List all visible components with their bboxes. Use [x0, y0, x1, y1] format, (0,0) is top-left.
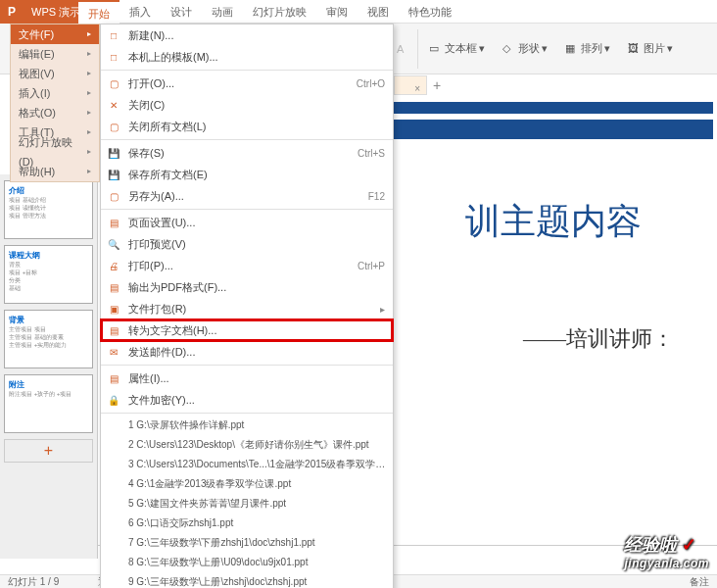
tab-special[interactable]: 特色功能	[399, 0, 461, 24]
chevron-right-icon: ▸	[87, 44, 91, 64]
menu-item-label: 打开(O)...	[128, 76, 357, 91]
tab-animation[interactable]: 动画	[202, 0, 243, 24]
watermark-text: 经验啦	[624, 535, 677, 555]
textbox-button[interactable]: ▭文本框▾	[422, 38, 492, 60]
tab-review[interactable]: 审阅	[316, 0, 358, 24]
decor-bar	[394, 102, 713, 114]
menu-item-icon: ▤	[105, 370, 122, 386]
menu-item-icon: ▤	[105, 322, 122, 338]
file-menu-item[interactable]: 幻灯片放映(D)▸	[11, 142, 99, 162]
textbox-icon: ▭	[429, 42, 443, 56]
slide-thumbnail[interactable]: 附注附注项目 +孩子的 +项目5	[4, 374, 93, 433]
recent-file[interactable]: 8 G:\三年级数学\上册\U09\doc\u9jx01.ppt	[101, 553, 393, 572]
chevron-right-icon: ▸	[87, 142, 91, 162]
file-menu-item[interactable]: 格式(O)▸	[11, 103, 99, 122]
menu-item-icon: □	[105, 27, 122, 43]
menu-item-label: 关闭(C)	[128, 98, 385, 113]
menu-item-label: 文件打包(R)	[128, 302, 380, 317]
app-logo: P	[0, 0, 24, 24]
chevron-right-icon: ▸	[87, 162, 91, 181]
textbox-label: 文本框	[445, 41, 477, 56]
recent-file[interactable]: 3 C:\Users\123\Documents\Te...\1金融学2015级…	[101, 455, 393, 474]
submenu-item[interactable]: 💾保存(S)Ctrl+S	[101, 142, 393, 164]
separator	[101, 413, 393, 414]
slide-thumbnail[interactable]: 背景主管项目 项目主管项目 基础的要素主管项目 +实用的能力4	[4, 310, 93, 368]
submenu-item[interactable]: 🔍打印预览(V)	[101, 233, 393, 255]
slide-thumbnail[interactable]: 介绍项目 基础介绍项目 读懂统计项目 管理方法2	[4, 180, 93, 239]
file-menu-item[interactable]: 视图(V)▸	[11, 64, 99, 83]
recent-file[interactable]: 1 G:\录屏软件操作详解.ppt	[101, 416, 393, 435]
recent-file[interactable]: 5 G:\建国文件夹苏菁菁\望月课件.ppt	[101, 494, 393, 514]
menu-item-icon: ▢	[105, 188, 122, 204]
ribbon-sep	[417, 29, 418, 69]
menu-item-label: 另存为(A)...	[128, 189, 368, 204]
menu-item-label: 新建(N)...	[128, 28, 385, 43]
status-notes[interactable]: 备注	[690, 575, 709, 589]
shape-button[interactable]: ◇形状▾	[496, 38, 554, 60]
menu-item-label: 打印预览(V)	[128, 237, 385, 252]
slide-canvas[interactable]: 训主题内容 ——培训讲师：	[394, 96, 713, 541]
close-icon[interactable]: ×	[414, 79, 420, 99]
submenu-item[interactable]: ▤转为文字文档(H)...	[101, 319, 393, 341]
arrange-icon: ▦	[565, 42, 579, 56]
chevron-right-icon: ▸	[87, 83, 91, 103]
document-tabs: × +	[394, 74, 447, 96]
submenu-item[interactable]: ▣文件打包(R)▸	[101, 298, 393, 319]
submenu-item[interactable]: ▤输出为PDF格式(F)...	[101, 276, 393, 298]
file-menu-item[interactable]: 插入(I)▸	[11, 83, 99, 103]
menu-item-label: 属性(I)...	[128, 371, 385, 386]
recent-file[interactable]: 7 G:\三年级数学\下册zhshj1\doc\zhshj1.ppt	[101, 533, 393, 553]
submenu-item[interactable]: 🖨打印(P)...Ctrl+P	[101, 255, 393, 276]
submenu-item[interactable]: ▢关闭所有文档(L)	[101, 116, 393, 137]
menu-item-icon: 🔒	[105, 392, 122, 408]
slide-subtitle[interactable]: ——培训讲师：	[394, 324, 674, 354]
file-submenu: □新建(N)...□本机上的模板(M)...▢打开(O)...Ctrl+O✕关闭…	[100, 24, 394, 588]
recent-file[interactable]: 6 G:\口语交际zhshj1.ppt	[101, 514, 393, 533]
submenu-item[interactable]: ▤属性(I)...	[101, 368, 393, 389]
submenu-item[interactable]: ▤页面设置(U)...	[101, 212, 393, 233]
picture-button[interactable]: 🖼图片▾	[621, 38, 680, 60]
tab-view[interactable]: 视图	[358, 0, 399, 24]
chevron-down-icon: ▾	[542, 42, 548, 55]
submenu-item[interactable]: 🔒文件加密(Y)...	[101, 389, 393, 411]
submenu-item[interactable]: 💾保存所有文档(E)	[101, 164, 393, 185]
chevron-down-icon: ▾	[604, 42, 610, 55]
tab-design[interactable]: 设计	[161, 0, 202, 24]
submenu-item[interactable]: □新建(N)...	[101, 24, 393, 46]
submenu-item[interactable]: ✉发送邮件(D)...	[101, 341, 393, 363]
tab-slideshow[interactable]: 幻灯片放映	[243, 0, 316, 24]
tab-start[interactable]: 开始	[78, 0, 120, 24]
submenu-item[interactable]: □本机上的模板(M)...	[101, 46, 393, 68]
slide-thumbnail[interactable]: 课程大纲背景项目 +目标分类基础3	[4, 245, 93, 304]
chevron-down-icon: ▾	[479, 42, 485, 55]
slide-title[interactable]: 训主题内容	[394, 198, 713, 246]
file-menu-item[interactable]: 文件(F)▸	[11, 24, 99, 44]
tab-insert[interactable]: 插入	[120, 0, 161, 24]
recent-file[interactable]: 9 G:\三年级数学\上册\zhshj\doc\zhshj.ppt	[101, 572, 393, 588]
add-slide-button[interactable]: +	[4, 439, 93, 463]
menu-item-icon: ▢	[105, 119, 122, 134]
menu-item-icon: ▤	[105, 279, 122, 295]
file-menu-item[interactable]: 编辑(E)▸	[11, 44, 99, 64]
chevron-right-icon: ▸	[87, 24, 91, 44]
document-tab[interactable]: ×	[394, 75, 427, 95]
separator	[101, 365, 393, 366]
recent-file[interactable]: 4 G:\1金融学2013级春季双学位课.ppt	[101, 474, 393, 494]
add-tab-button[interactable]: +	[427, 75, 447, 95]
decor-bar	[394, 120, 713, 139]
submenu-item[interactable]: ▢另存为(A)...F12	[101, 185, 393, 207]
submenu-item[interactable]: ▢打开(O)...Ctrl+O	[101, 73, 393, 94]
submenu-item[interactable]: ✕关闭(C)	[101, 94, 393, 116]
menu-item-label: 打印(P)...	[128, 259, 358, 273]
shortcut: Ctrl+P	[358, 261, 385, 271]
font-placeholder: A	[397, 43, 404, 55]
menu-item-icon: 🖨	[105, 258, 122, 273]
arrange-button[interactable]: ▦排列▾	[558, 38, 617, 60]
recent-file[interactable]: 2 C:\Users\123\Desktop\《老师好请你别生气》课件.ppt	[101, 435, 393, 455]
file-menu: 文件(F)▸编辑(E)▸视图(V)▸插入(I)▸格式(O)▸工具(T)▸幻灯片放…	[10, 24, 100, 182]
slide-counter: 幻灯片 1 / 9	[8, 575, 59, 589]
menu-item-label: 页面设置(U)...	[128, 216, 385, 230]
shortcut: Ctrl+O	[357, 78, 385, 89]
separator	[101, 209, 393, 210]
shape-icon: ◇	[502, 42, 516, 56]
